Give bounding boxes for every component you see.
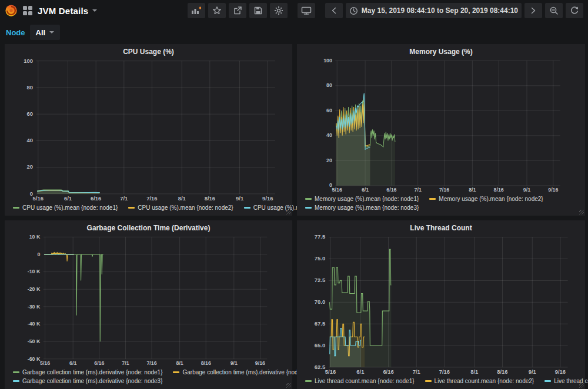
- time-range-button[interactable]: May 15, 2019 08:44:10 to Sep 20, 2019 08…: [346, 3, 522, 18]
- y-axis-tick-label: 77.5: [315, 234, 325, 240]
- add-panel-button[interactable]: [188, 3, 205, 18]
- star-icon: [212, 6, 222, 15]
- series-fill: [44, 253, 103, 341]
- y-axis-tick-label: 10 K: [29, 234, 41, 240]
- time-forward-button[interactable]: [524, 3, 542, 18]
- dashboards-grid-icon[interactable]: [23, 6, 32, 15]
- x-axis-tick-label: 6/1: [69, 360, 76, 366]
- variable-value-dropdown[interactable]: All: [30, 25, 61, 40]
- panel-title[interactable]: Memory Usage (%): [300, 46, 582, 58]
- y-axis-tick-label: 40: [326, 132, 332, 138]
- legend-item[interactable]: CPU usage (%).mean {node: node2}: [128, 204, 233, 211]
- zoom-out-button[interactable]: [545, 3, 563, 18]
- x-axis-tick-label: 7/1: [415, 187, 422, 193]
- y-axis-tick-label: -20 K: [28, 286, 41, 292]
- chart-legend: Memory usage (%).mean {node: node1}Memor…: [300, 194, 582, 214]
- legend-series-swatch: [173, 371, 179, 373]
- legend-series-swatch: [13, 207, 19, 209]
- y-axis-tick-label: 60: [326, 108, 332, 113]
- panel-title[interactable]: Live Thread Count: [300, 223, 582, 234]
- share-button[interactable]: [229, 3, 246, 18]
- chevron-left-icon: [330, 6, 338, 15]
- panel-resize-handle[interactable]: [286, 383, 291, 388]
- x-axis-tick-label: 9/1: [236, 195, 243, 202]
- legend-series-label: Garbage collection time (ms).derivative …: [22, 378, 162, 384]
- panel-memory-usage: Memory Usage (%) 5/166/16/167/17/168/18/…: [297, 44, 585, 216]
- legend-series-swatch: [13, 380, 19, 382]
- legend-row: Live thread count.mean {node: node1}Live…: [305, 377, 580, 385]
- top-navbar: JVM Details: [0, 0, 588, 21]
- legend-series-label: Memory usage (%).mean {node: node1}: [315, 196, 419, 202]
- legend-series-swatch: [13, 371, 19, 373]
- y-axis-tick-label: 80: [326, 82, 332, 88]
- x-axis-tick-label: 8/16: [201, 360, 211, 366]
- cpu-usage-chart[interactable]: 5/166/16/167/17/168/18/169/19/1610080604…: [8, 58, 289, 203]
- legend-series-swatch: [128, 207, 135, 209]
- y-axis-tick-label: 65.0: [315, 342, 325, 348]
- panel-resize-handle[interactable]: [579, 383, 584, 388]
- y-axis-tick-label: 40: [26, 137, 32, 143]
- x-axis-tick-label: 9/16: [548, 187, 558, 193]
- zoom-out-icon: [549, 6, 559, 15]
- legend-item[interactable]: Live thread count.mean {node: node2}: [425, 378, 534, 384]
- legend-item[interactable]: CPU usage (%).mean {node: node1}: [13, 204, 118, 211]
- page-title: JVM Details: [38, 6, 88, 16]
- x-axis-tick-label: 7/1: [413, 368, 420, 375]
- x-axis-tick-label: 7/1: [120, 195, 128, 202]
- x-axis-tick-label: 9/1: [523, 187, 530, 193]
- y-axis-tick-label: 100: [24, 58, 33, 63]
- y-axis-tick-label: 60: [26, 110, 32, 117]
- panel-resize-handle[interactable]: [286, 210, 291, 214]
- y-axis-tick-label: -10 K: [28, 269, 41, 274]
- y-axis-tick-label: 20: [26, 163, 32, 170]
- legend-series-label: Garbage collection time (ms).derivative …: [22, 369, 162, 375]
- x-axis-tick-label: 5/16: [332, 187, 342, 193]
- panel-live-thread-count: Live Thread Count 5/166/16/167/17/168/18…: [297, 220, 585, 389]
- legend-item[interactable]: Live thread count.mean {node: node1}: [305, 378, 415, 384]
- time-back-button[interactable]: [325, 3, 343, 18]
- x-axis-tick-label: 7/16: [439, 187, 449, 193]
- x-axis-tick-label: 6/16: [386, 187, 396, 193]
- legend-row: Memory usage (%).mean {node: node3}: [305, 203, 580, 212]
- star-button[interactable]: [208, 3, 226, 18]
- legend-series-swatch: [305, 207, 312, 209]
- panel-resize-handle[interactable]: [579, 210, 584, 214]
- panel-title[interactable]: CPU Usage (%): [8, 46, 289, 58]
- legend-item[interactable]: Memory usage (%).mean {node: node1}: [305, 196, 419, 202]
- x-axis-tick-label: 9/1: [529, 368, 536, 375]
- submenu-bar: Node All: [0, 21, 588, 43]
- legend-item[interactable]: Garbage collection time (ms).derivative …: [13, 378, 162, 384]
- legend-series-swatch: [244, 207, 250, 209]
- time-range-text: May 15, 2019 08:44:10 to Sep 20, 2019 08…: [362, 6, 518, 15]
- variable-value: All: [36, 28, 46, 37]
- legend-series-label: Live thread count.mean {node: node1}: [315, 378, 415, 384]
- garbage-collection-chart[interactable]: 5/166/16/167/17/168/18/169/19/1610 K0-10…: [8, 234, 289, 367]
- x-axis-tick-label: 9/16: [255, 360, 265, 366]
- memory-usage-chart[interactable]: 5/166/16/167/17/168/18/169/19/1610080604…: [300, 58, 582, 194]
- x-axis-tick-label: 5/16: [40, 360, 50, 366]
- grafana-dashboard: JVM Details: [0, 0, 588, 389]
- refresh-button[interactable]: [566, 3, 583, 18]
- legend-item[interactable]: Memory usage (%).mean {node: node3}: [305, 204, 419, 211]
- x-axis-tick-label: 8/1: [469, 187, 476, 193]
- add-panel-icon: [191, 6, 201, 15]
- x-axis-tick-label: 6/16: [383, 368, 393, 375]
- dashboard-title-dropdown[interactable]: JVM Details: [38, 6, 97, 16]
- x-axis-tick-label: 7/1: [122, 360, 129, 366]
- live-thread-count-chart[interactable]: 5/166/16/167/17/168/18/169/19/1677.575.0…: [300, 234, 582, 376]
- legend-series-label: Memory usage (%).mean {node: node3}: [315, 204, 419, 211]
- x-axis-tick-label: 8/1: [178, 195, 186, 202]
- panel-title[interactable]: Garbage Collection Time (Derivative): [8, 223, 289, 234]
- grafana-logo-icon[interactable]: [5, 4, 18, 17]
- y-axis-tick-label: 62.5: [315, 364, 325, 370]
- cycle-view-button[interactable]: [298, 3, 315, 18]
- save-button[interactable]: [249, 3, 267, 18]
- x-axis-tick-label: 6/1: [64, 195, 72, 202]
- legend-item[interactable]: Memory usage (%).mean {node: node2}: [429, 196, 543, 202]
- settings-button[interactable]: [270, 3, 288, 18]
- x-axis-tick-label: 5/16: [33, 195, 44, 202]
- x-axis-tick-label: 6/16: [94, 360, 104, 366]
- x-axis-tick-label: 8/1: [176, 360, 183, 366]
- legend-item[interactable]: Garbage collection time (ms).derivative …: [13, 369, 162, 375]
- share-icon: [233, 6, 242, 15]
